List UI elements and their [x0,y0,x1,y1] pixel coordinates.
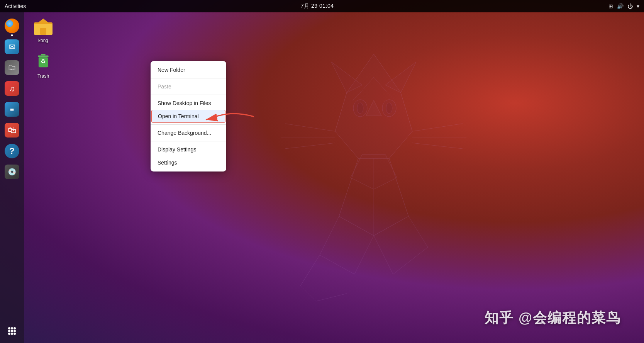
menu-separator-1 [151,78,226,78]
svg-line-13 [285,143,335,149]
svg-point-5 [357,103,363,114]
menu-item-open-terminal[interactable]: Open in Terminal [151,110,225,123]
menu-item-paste[interactable]: Paste [151,80,226,93]
dvd-icon: 💿 [5,165,19,179]
dock-item-dvd[interactable]: 💿 [3,163,21,181]
activities-button[interactable]: Activities [5,3,26,9]
dock-item-mail[interactable]: ✉ [3,38,21,56]
home-folder-svg [33,15,53,36]
music-icon: ♫ [5,81,19,96]
svg-point-32 [11,333,13,335]
dock-item-rhythmbox[interactable]: ♫ [3,80,21,97]
menu-item-change-bg[interactable]: Change Background... [151,126,226,139]
watermark: 知乎 @会编程的菜鸟 [485,309,621,328]
svg-text:♻: ♻ [41,58,46,65]
appstore-icon: 🛍 [5,123,19,138]
kong-folder-icon [33,15,53,36]
volume-icon[interactable]: 🔊 [617,3,624,9]
system-tray: ⊞ 🔊 ⏻ ▾ [608,3,639,9]
datetime-display: 7月 29 01:04 [301,3,334,10]
trash-icon: ♻ [33,51,53,71]
desktop-icon-trash[interactable]: ♻ Trash [28,51,59,79]
svg-marker-36 [36,19,50,24]
menu-separator-2 [151,95,226,95]
kong-icon-label: kong [38,38,48,43]
dock-item-firefox[interactable] [3,17,21,35]
desktop-icons: kong ♻ Trash [28,15,59,79]
dock-item-appstore[interactable]: 🛍 [3,121,21,139]
files-icon: 🗂 [5,60,19,75]
svg-point-30 [14,330,16,332]
context-menu: New Folder Paste Show Desktop in Files O… [151,61,226,172]
system-menu-dropdown-icon[interactable]: ▾ [637,3,639,9]
menu-item-settings[interactable]: Settings [151,156,226,169]
svg-point-27 [14,327,16,329]
desktop: Activities 7月 29 01:04 ⊞ 🔊 ⏻ ▾ ✉ 🗂 ♫ ≡ [0,0,644,343]
dock-item-help[interactable]: ? [3,142,21,160]
firefox-icon [5,19,19,33]
menu-separator-3 [151,124,226,125]
svg-line-14 [412,124,463,131]
svg-point-25 [8,327,10,329]
topbar: Activities 7月 29 01:04 ⊞ 🔊 ⏻ ▾ [0,0,644,12]
cat-background-art [200,23,547,324]
svg-point-26 [11,327,13,329]
svg-point-31 [8,333,10,335]
trash-svg: ♻ [35,53,51,69]
menu-separator-4 [151,141,226,141]
mail-icon: ✉ [5,39,19,54]
svg-rect-39 [41,54,45,55]
desktop-icon-kong[interactable]: kong [28,15,59,43]
app-grid-icon [5,324,19,338]
svg-point-33 [14,333,16,335]
svg-point-7 [386,103,392,114]
dock-item-files[interactable]: 🗂 [3,59,21,76]
menu-item-display-settings[interactable]: Display Settings [151,143,226,156]
power-icon[interactable]: ⏻ [627,3,633,9]
dock-item-app-grid[interactable] [3,322,21,340]
menu-item-new-folder[interactable]: New Folder [151,63,226,76]
writer-icon: ≡ [5,102,19,117]
svg-line-11 [285,124,335,131]
svg-rect-38 [38,55,48,57]
dock-item-writer[interactable]: ≡ [3,100,21,118]
svg-point-29 [11,330,13,332]
help-icon: ? [5,144,19,158]
dock: ✉ 🗂 ♫ ≡ 🛍 ? 💿 [0,12,24,343]
svg-line-16 [412,143,463,149]
menu-item-show-desktop[interactable]: Show Desktop in Files [151,97,226,110]
svg-rect-37 [40,28,46,35]
trash-icon-label: Trash [37,73,49,79]
dock-divider [5,318,19,318]
network-icon[interactable]: ⊞ [608,3,613,9]
firefox-active-indicator [11,34,13,36]
svg-point-28 [8,330,10,332]
